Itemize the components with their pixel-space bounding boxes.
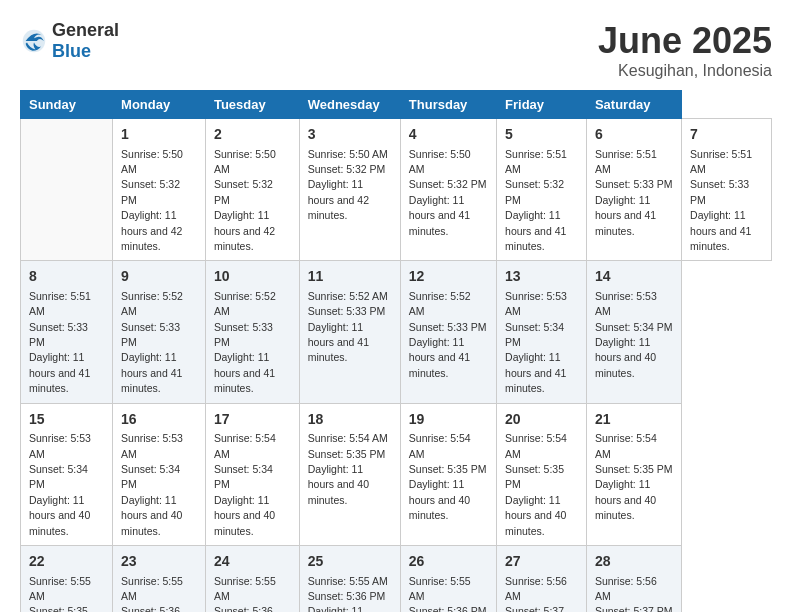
sunset-info: Sunset: 5:36 PM xyxy=(409,605,487,612)
sunrise-info: Sunrise: 5:52 AM xyxy=(308,290,388,302)
sunrise-info: Sunrise: 5:54 AM xyxy=(214,432,276,459)
sunrise-info: Sunrise: 5:51 AM xyxy=(29,290,91,317)
sunrise-info: Sunrise: 5:53 AM xyxy=(121,432,183,459)
sunset-info: Sunset: 5:35 PM xyxy=(308,448,386,460)
day-number: 27 xyxy=(505,552,578,572)
day-number: 22 xyxy=(29,552,104,572)
daylight-info: Daylight: 11 hours and 40 minutes. xyxy=(595,336,656,379)
sunset-info: Sunset: 5:35 PM xyxy=(505,463,564,490)
sunset-info: Sunset: 5:33 PM xyxy=(409,321,487,333)
sunrise-info: Sunrise: 5:54 AM xyxy=(595,432,657,459)
sunrise-info: Sunrise: 5:55 AM xyxy=(214,575,276,602)
sunset-info: Sunset: 5:36 PM xyxy=(308,590,386,602)
sunset-info: Sunset: 5:32 PM xyxy=(505,178,564,205)
sunrise-info: Sunrise: 5:51 AM xyxy=(595,148,657,175)
sunset-info: Sunset: 5:33 PM xyxy=(308,305,386,317)
sunrise-info: Sunrise: 5:56 AM xyxy=(595,575,657,602)
calendar-cell: 16 Sunrise: 5:53 AM Sunset: 5:34 PM Dayl… xyxy=(113,403,206,545)
sunset-info: Sunset: 5:32 PM xyxy=(308,163,386,175)
sunrise-info: Sunrise: 5:55 AM xyxy=(409,575,471,602)
day-number: 17 xyxy=(214,410,291,430)
header-friday: Friday xyxy=(497,91,587,119)
calendar-week-4: 22 Sunrise: 5:55 AM Sunset: 5:35 PM Dayl… xyxy=(21,545,772,612)
daylight-info: Daylight: 11 hours and 41 minutes. xyxy=(505,351,566,394)
calendar-cell: 14 Sunrise: 5:53 AM Sunset: 5:34 PM Dayl… xyxy=(586,261,681,403)
sunset-info: Sunset: 5:34 PM xyxy=(121,463,180,490)
day-number: 14 xyxy=(595,267,673,287)
sunset-info: Sunset: 5:32 PM xyxy=(121,178,180,205)
day-number: 3 xyxy=(308,125,392,145)
day-number: 20 xyxy=(505,410,578,430)
calendar-cell: 24 Sunrise: 5:55 AM Sunset: 5:36 PM Dayl… xyxy=(205,545,299,612)
day-number: 8 xyxy=(29,267,104,287)
daylight-info: Daylight: 11 hours and 41 minutes. xyxy=(409,336,470,379)
sunset-info: Sunset: 5:35 PM xyxy=(409,463,487,475)
calendar-cell: 17 Sunrise: 5:54 AM Sunset: 5:34 PM Dayl… xyxy=(205,403,299,545)
calendar-cell: 5 Sunrise: 5:51 AM Sunset: 5:32 PM Dayli… xyxy=(497,119,587,261)
calendar-cell: 23 Sunrise: 5:55 AM Sunset: 5:36 PM Dayl… xyxy=(113,545,206,612)
daylight-info: Daylight: 11 hours and 41 minutes. xyxy=(121,351,182,394)
calendar-cell: 8 Sunrise: 5:51 AM Sunset: 5:33 PM Dayli… xyxy=(21,261,113,403)
daylight-info: Daylight: 11 hours and 41 minutes. xyxy=(308,321,369,364)
sunset-info: Sunset: 5:37 PM xyxy=(595,605,673,612)
day-number: 5 xyxy=(505,125,578,145)
sunrise-info: Sunrise: 5:52 AM xyxy=(409,290,471,317)
sunset-info: Sunset: 5:34 PM xyxy=(595,321,673,333)
daylight-info: Daylight: 11 hours and 40 minutes. xyxy=(308,463,369,506)
header-monday: Monday xyxy=(113,91,206,119)
sunset-info: Sunset: 5:35 PM xyxy=(595,463,673,475)
sunrise-info: Sunrise: 5:53 AM xyxy=(595,290,657,317)
calendar-cell: 4 Sunrise: 5:50 AM Sunset: 5:32 PM Dayli… xyxy=(400,119,496,261)
day-number: 16 xyxy=(121,410,197,430)
calendar-cell: 12 Sunrise: 5:52 AM Sunset: 5:33 PM Dayl… xyxy=(400,261,496,403)
calendar-cell: 28 Sunrise: 5:56 AM Sunset: 5:37 PM Dayl… xyxy=(586,545,681,612)
day-number: 6 xyxy=(595,125,673,145)
calendar-table: SundayMondayTuesdayWednesdayThursdayFrid… xyxy=(20,90,772,612)
header-wednesday: Wednesday xyxy=(299,91,400,119)
sunset-info: Sunset: 5:36 PM xyxy=(121,605,180,612)
daylight-info: Daylight: 11 hours and 42 minutes. xyxy=(214,209,275,252)
sunrise-info: Sunrise: 5:55 AM xyxy=(121,575,183,602)
day-number: 24 xyxy=(214,552,291,572)
sunset-info: Sunset: 5:32 PM xyxy=(409,178,487,190)
sunrise-info: Sunrise: 5:53 AM xyxy=(29,432,91,459)
calendar-cell: 9 Sunrise: 5:52 AM Sunset: 5:33 PM Dayli… xyxy=(113,261,206,403)
calendar-cell: 2 Sunrise: 5:50 AM Sunset: 5:32 PM Dayli… xyxy=(205,119,299,261)
day-number: 1 xyxy=(121,125,197,145)
daylight-info: Daylight: 11 hours and 40 minutes. xyxy=(308,605,369,612)
header-saturday: Saturday xyxy=(586,91,681,119)
sunset-info: Sunset: 5:33 PM xyxy=(690,178,749,205)
day-number: 25 xyxy=(308,552,392,572)
daylight-info: Daylight: 11 hours and 41 minutes. xyxy=(409,194,470,237)
calendar-cell: 13 Sunrise: 5:53 AM Sunset: 5:34 PM Dayl… xyxy=(497,261,587,403)
sunset-info: Sunset: 5:33 PM xyxy=(121,321,180,348)
sunrise-info: Sunrise: 5:51 AM xyxy=(505,148,567,175)
calendar-cell: 26 Sunrise: 5:55 AM Sunset: 5:36 PM Dayl… xyxy=(400,545,496,612)
daylight-info: Daylight: 11 hours and 41 minutes. xyxy=(690,209,751,252)
sunrise-info: Sunrise: 5:51 AM xyxy=(690,148,752,175)
day-number: 26 xyxy=(409,552,488,572)
daylight-info: Daylight: 11 hours and 40 minutes. xyxy=(409,478,470,521)
sunrise-info: Sunrise: 5:50 AM xyxy=(409,148,471,175)
calendar-cell: 25 Sunrise: 5:55 AM Sunset: 5:36 PM Dayl… xyxy=(299,545,400,612)
day-number: 9 xyxy=(121,267,197,287)
daylight-info: Daylight: 11 hours and 40 minutes. xyxy=(214,494,275,537)
calendar-cell: 19 Sunrise: 5:54 AM Sunset: 5:35 PM Dayl… xyxy=(400,403,496,545)
day-number: 10 xyxy=(214,267,291,287)
calendar-cell: 1 Sunrise: 5:50 AM Sunset: 5:32 PM Dayli… xyxy=(113,119,206,261)
daylight-info: Daylight: 11 hours and 41 minutes. xyxy=(29,351,90,394)
sunrise-info: Sunrise: 5:53 AM xyxy=(505,290,567,317)
calendar-cell: 27 Sunrise: 5:56 AM Sunset: 5:37 PM Dayl… xyxy=(497,545,587,612)
sunset-info: Sunset: 5:33 PM xyxy=(29,321,88,348)
sunset-info: Sunset: 5:37 PM xyxy=(505,605,564,612)
calendar-cell xyxy=(21,119,113,261)
header-thursday: Thursday xyxy=(400,91,496,119)
calendar-cell: 10 Sunrise: 5:52 AM Sunset: 5:33 PM Dayl… xyxy=(205,261,299,403)
daylight-info: Daylight: 11 hours and 41 minutes. xyxy=(214,351,275,394)
header-tuesday: Tuesday xyxy=(205,91,299,119)
calendar-week-1: 1 Sunrise: 5:50 AM Sunset: 5:32 PM Dayli… xyxy=(21,119,772,261)
sunset-info: Sunset: 5:34 PM xyxy=(29,463,88,490)
daylight-info: Daylight: 11 hours and 42 minutes. xyxy=(121,209,182,252)
day-number: 15 xyxy=(29,410,104,430)
daylight-info: Daylight: 11 hours and 42 minutes. xyxy=(308,178,369,221)
